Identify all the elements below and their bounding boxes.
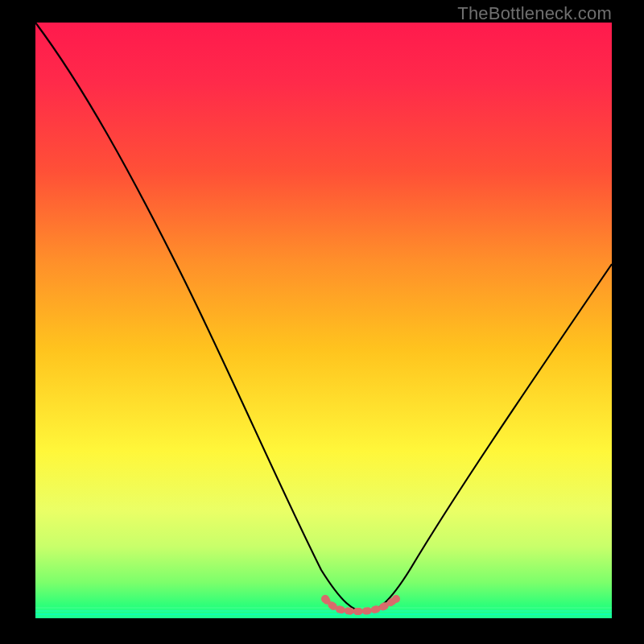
bottleneck-curve xyxy=(35,23,612,612)
valley-marker xyxy=(325,599,396,612)
valley-marker-end xyxy=(321,595,329,603)
plot-area xyxy=(35,23,612,618)
chart-frame: TheBottleneck.com xyxy=(0,0,644,644)
watermark-text: TheBottleneck.com xyxy=(457,3,612,24)
bottleneck-curve-svg xyxy=(35,23,612,618)
valley-marker-end xyxy=(392,595,400,603)
